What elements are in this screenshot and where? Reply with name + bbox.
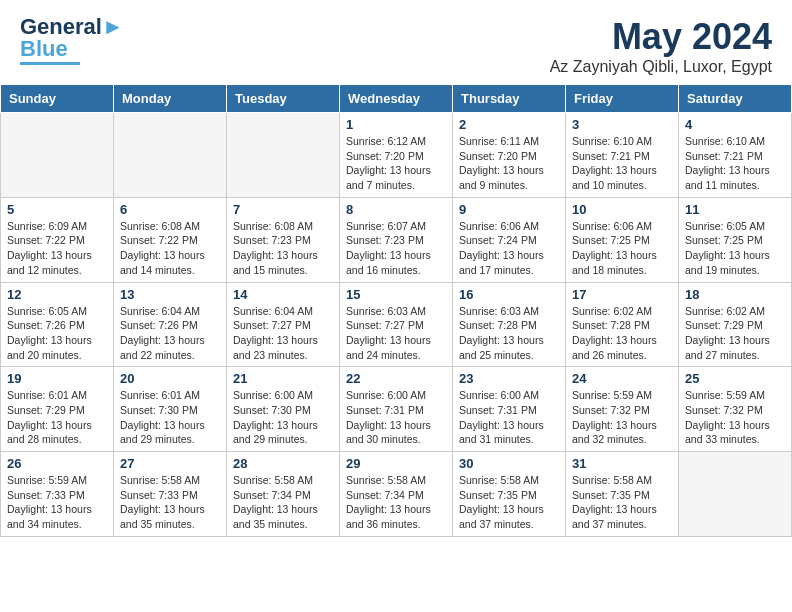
day-info: Sunrise: 5:58 AM Sunset: 7:33 PM Dayligh… [120,473,220,532]
calendar-cell: 23Sunrise: 6:00 AM Sunset: 7:31 PM Dayli… [453,367,566,452]
day-info: Sunrise: 6:08 AM Sunset: 7:22 PM Dayligh… [120,219,220,278]
col-header-tuesday: Tuesday [227,85,340,113]
day-info: Sunrise: 6:07 AM Sunset: 7:23 PM Dayligh… [346,219,446,278]
day-info: Sunrise: 6:00 AM Sunset: 7:30 PM Dayligh… [233,388,333,447]
calendar-cell: 29Sunrise: 5:58 AM Sunset: 7:34 PM Dayli… [340,452,453,537]
day-info: Sunrise: 6:04 AM Sunset: 7:26 PM Dayligh… [120,304,220,363]
calendar-cell: 14Sunrise: 6:04 AM Sunset: 7:27 PM Dayli… [227,282,340,367]
calendar-cell: 22Sunrise: 6:00 AM Sunset: 7:31 PM Dayli… [340,367,453,452]
calendar-header-row: SundayMondayTuesdayWednesdayThursdayFrid… [1,85,792,113]
calendar-cell: 12Sunrise: 6:05 AM Sunset: 7:26 PM Dayli… [1,282,114,367]
calendar-cell: 24Sunrise: 5:59 AM Sunset: 7:32 PM Dayli… [566,367,679,452]
week-row-1: 1Sunrise: 6:12 AM Sunset: 7:20 PM Daylig… [1,113,792,198]
calendar-cell: 17Sunrise: 6:02 AM Sunset: 7:28 PM Dayli… [566,282,679,367]
day-number: 24 [572,371,672,386]
calendar-cell: 21Sunrise: 6:00 AM Sunset: 7:30 PM Dayli… [227,367,340,452]
day-number: 21 [233,371,333,386]
col-header-saturday: Saturday [679,85,792,113]
calendar-cell: 31Sunrise: 5:58 AM Sunset: 7:35 PM Dayli… [566,452,679,537]
week-row-5: 26Sunrise: 5:59 AM Sunset: 7:33 PM Dayli… [1,452,792,537]
day-info: Sunrise: 6:12 AM Sunset: 7:20 PM Dayligh… [346,134,446,193]
logo-blue-text: Blue [20,38,68,60]
day-number: 31 [572,456,672,471]
calendar-cell: 25Sunrise: 5:59 AM Sunset: 7:32 PM Dayli… [679,367,792,452]
day-info: Sunrise: 6:02 AM Sunset: 7:28 PM Dayligh… [572,304,672,363]
day-number: 12 [7,287,107,302]
calendar-cell: 4Sunrise: 6:10 AM Sunset: 7:21 PM Daylig… [679,113,792,198]
day-info: Sunrise: 6:00 AM Sunset: 7:31 PM Dayligh… [459,388,559,447]
calendar-cell: 8Sunrise: 6:07 AM Sunset: 7:23 PM Daylig… [340,197,453,282]
day-number: 13 [120,287,220,302]
day-number: 19 [7,371,107,386]
day-info: Sunrise: 5:58 AM Sunset: 7:34 PM Dayligh… [233,473,333,532]
day-info: Sunrise: 5:59 AM Sunset: 7:32 PM Dayligh… [685,388,785,447]
day-info: Sunrise: 6:01 AM Sunset: 7:30 PM Dayligh… [120,388,220,447]
day-number: 22 [346,371,446,386]
calendar-cell: 20Sunrise: 6:01 AM Sunset: 7:30 PM Dayli… [114,367,227,452]
day-number: 15 [346,287,446,302]
day-number: 30 [459,456,559,471]
week-row-2: 5Sunrise: 6:09 AM Sunset: 7:22 PM Daylig… [1,197,792,282]
calendar-cell: 11Sunrise: 6:05 AM Sunset: 7:25 PM Dayli… [679,197,792,282]
col-header-wednesday: Wednesday [340,85,453,113]
subtitle: Az Zayniyah Qibli, Luxor, Egypt [550,58,772,76]
col-header-sunday: Sunday [1,85,114,113]
day-number: 8 [346,202,446,217]
calendar-cell: 30Sunrise: 5:58 AM Sunset: 7:35 PM Dayli… [453,452,566,537]
day-number: 5 [7,202,107,217]
calendar-cell: 1Sunrise: 6:12 AM Sunset: 7:20 PM Daylig… [340,113,453,198]
calendar-cell: 9Sunrise: 6:06 AM Sunset: 7:24 PM Daylig… [453,197,566,282]
day-number: 25 [685,371,785,386]
calendar-cell: 27Sunrise: 5:58 AM Sunset: 7:33 PM Dayli… [114,452,227,537]
calendar-cell: 3Sunrise: 6:10 AM Sunset: 7:21 PM Daylig… [566,113,679,198]
calendar-cell: 28Sunrise: 5:58 AM Sunset: 7:34 PM Dayli… [227,452,340,537]
header: General► Blue May 2024 Az Zayniyah Qibli… [0,0,792,84]
calendar: SundayMondayTuesdayWednesdayThursdayFrid… [0,84,792,537]
day-number: 23 [459,371,559,386]
day-info: Sunrise: 6:11 AM Sunset: 7:20 PM Dayligh… [459,134,559,193]
day-number: 28 [233,456,333,471]
calendar-cell: 6Sunrise: 6:08 AM Sunset: 7:22 PM Daylig… [114,197,227,282]
day-number: 2 [459,117,559,132]
day-number: 20 [120,371,220,386]
day-info: Sunrise: 6:10 AM Sunset: 7:21 PM Dayligh… [572,134,672,193]
col-header-monday: Monday [114,85,227,113]
calendar-cell: 7Sunrise: 6:08 AM Sunset: 7:23 PM Daylig… [227,197,340,282]
day-number: 9 [459,202,559,217]
calendar-cell [114,113,227,198]
main-title: May 2024 [550,16,772,58]
day-info: Sunrise: 6:06 AM Sunset: 7:25 PM Dayligh… [572,219,672,278]
day-number: 7 [233,202,333,217]
title-block: May 2024 Az Zayniyah Qibli, Luxor, Egypt [550,16,772,76]
day-number: 14 [233,287,333,302]
day-info: Sunrise: 6:03 AM Sunset: 7:28 PM Dayligh… [459,304,559,363]
day-info: Sunrise: 6:02 AM Sunset: 7:29 PM Dayligh… [685,304,785,363]
day-info: Sunrise: 6:00 AM Sunset: 7:31 PM Dayligh… [346,388,446,447]
logo-text: General► [20,16,124,38]
calendar-cell: 2Sunrise: 6:11 AM Sunset: 7:20 PM Daylig… [453,113,566,198]
day-info: Sunrise: 5:59 AM Sunset: 7:32 PM Dayligh… [572,388,672,447]
day-info: Sunrise: 5:58 AM Sunset: 7:35 PM Dayligh… [572,473,672,532]
day-number: 18 [685,287,785,302]
day-info: Sunrise: 5:58 AM Sunset: 7:34 PM Dayligh… [346,473,446,532]
day-number: 29 [346,456,446,471]
calendar-cell [1,113,114,198]
day-number: 4 [685,117,785,132]
day-info: Sunrise: 6:05 AM Sunset: 7:25 PM Dayligh… [685,219,785,278]
day-info: Sunrise: 6:05 AM Sunset: 7:26 PM Dayligh… [7,304,107,363]
day-info: Sunrise: 6:09 AM Sunset: 7:22 PM Dayligh… [7,219,107,278]
calendar-cell: 5Sunrise: 6:09 AM Sunset: 7:22 PM Daylig… [1,197,114,282]
day-info: Sunrise: 6:04 AM Sunset: 7:27 PM Dayligh… [233,304,333,363]
day-number: 1 [346,117,446,132]
day-number: 3 [572,117,672,132]
calendar-cell: 19Sunrise: 6:01 AM Sunset: 7:29 PM Dayli… [1,367,114,452]
day-info: Sunrise: 6:06 AM Sunset: 7:24 PM Dayligh… [459,219,559,278]
day-number: 11 [685,202,785,217]
day-info: Sunrise: 6:10 AM Sunset: 7:21 PM Dayligh… [685,134,785,193]
week-row-3: 12Sunrise: 6:05 AM Sunset: 7:26 PM Dayli… [1,282,792,367]
week-row-4: 19Sunrise: 6:01 AM Sunset: 7:29 PM Dayli… [1,367,792,452]
day-info: Sunrise: 5:59 AM Sunset: 7:33 PM Dayligh… [7,473,107,532]
day-number: 16 [459,287,559,302]
day-info: Sunrise: 6:01 AM Sunset: 7:29 PM Dayligh… [7,388,107,447]
day-number: 6 [120,202,220,217]
